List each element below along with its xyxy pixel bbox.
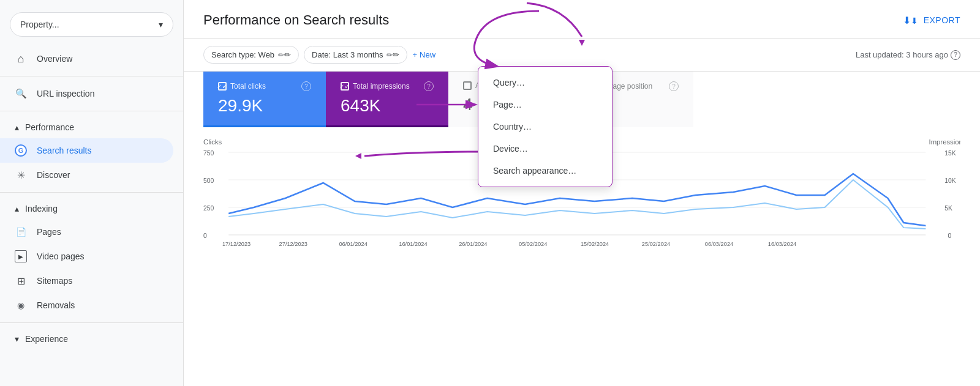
search-type-filter[interactable]: Search type: Web ✏	[203, 46, 299, 64]
export-label: EXPORT	[924, 15, 960, 25]
info-icon[interactable]: ?	[951, 50, 960, 60]
sidebar-item-search-results[interactable]: G Search results	[0, 138, 173, 163]
page-title: Performance on Search results	[203, 12, 389, 28]
sidebar-divider-4	[0, 322, 183, 323]
svg-text:15/02/2024: 15/02/2024	[581, 241, 609, 247]
sidebar-item-pages[interactable]: 📄 Pages	[0, 220, 173, 244]
sidebar-section-performance-label: Performance	[25, 122, 74, 132]
dropdown-item-page[interactable]: Page…	[478, 94, 612, 116]
sidebar-item-removals[interactable]: ◉ Removals	[0, 293, 173, 317]
main-header: Performance on Search results ⬇ EXPORT	[184, 0, 980, 39]
svg-text:750: 750	[203, 150, 214, 157]
arrow-decoration-page	[404, 92, 484, 117]
svg-text:250: 250	[203, 205, 214, 212]
sidebar-item-sitemaps[interactable]: ⊞ Sitemaps	[0, 269, 173, 293]
sidebar-section-performance[interactable]: ▴ Performance	[0, 116, 183, 138]
chevron-down-icon: ▾	[159, 20, 163, 29]
new-filter-dropdown: Query… Page… Country… Device…	[478, 66, 612, 187]
sidebar-item-overview[interactable]: Overview	[0, 46, 173, 71]
new-filter-label: New	[420, 50, 435, 59]
svg-text:26/01/2024: 26/01/2024	[459, 241, 487, 247]
country-label: Country…	[493, 122, 532, 132]
impressions-help-icon[interactable]: ?	[424, 81, 434, 91]
sidebar-item-video-pages[interactable]: ▶ Video pages	[0, 244, 173, 269]
last-updated: Last updated: 3 hours ago ?	[856, 50, 960, 60]
sidebar-section-experience-label: Experience	[25, 334, 68, 344]
svg-text:0: 0	[203, 232, 207, 239]
sidebar-item-overview-label: Overview	[37, 54, 72, 64]
svg-text:5K: 5K	[944, 205, 952, 212]
metric-clicks-header: ✓ Total clicks ?	[218, 81, 311, 91]
export-button[interactable]: ⬇ EXPORT	[903, 15, 960, 26]
sidebar-item-removals-label: Removals	[37, 300, 75, 310]
sidebar-item-video-pages-label: Video pages	[37, 251, 85, 261]
dropdown-item-search-appearance[interactable]: Search appearance…	[478, 160, 612, 182]
sidebar: Property... ▾ Overview 🔍 URL inspection …	[0, 0, 184, 386]
sidebar-item-url-inspection-label: URL inspection	[37, 89, 94, 98]
svg-text:Impressions: Impressions	[929, 138, 961, 146]
query-label: Query…	[493, 78, 525, 87]
chevron-down-icon-2: ▾	[15, 334, 19, 344]
property-selector[interactable]: Property... ▾	[10, 12, 173, 37]
svg-text:27/12/2023: 27/12/2023	[279, 241, 307, 247]
sidebar-item-discover[interactable]: Discover	[0, 163, 173, 187]
search-icon: 🔍	[15, 87, 27, 100]
clicks-checkbox: ✓	[218, 82, 227, 91]
new-filter-button[interactable]: + New	[412, 50, 435, 59]
main-content: Performance on Search results ⬇ EXPORT S…	[184, 0, 980, 386]
asterisk-icon	[15, 169, 27, 181]
chevron-up-icon-2: ▴	[15, 204, 19, 213]
svg-text:16/01/2024: 16/01/2024	[399, 241, 427, 247]
svg-text:05/02/2024: 05/02/2024	[519, 241, 547, 247]
edit-date-icon: ✏	[386, 50, 399, 59]
video-icon: ▶	[15, 250, 27, 262]
svg-text:10K: 10K	[944, 177, 956, 184]
svg-text:06/03/2024: 06/03/2024	[705, 241, 733, 247]
google-g-icon: G	[15, 144, 27, 157]
export-icon: ⬇	[903, 15, 919, 26]
search-appearance-label: Search appearance…	[493, 166, 576, 176]
dropdown-item-device[interactable]: Device…	[478, 138, 612, 160]
metric-total-clicks[interactable]: ✓ Total clicks ? 29.9K	[203, 72, 326, 127]
date-label: Date: Last 3 months	[312, 50, 383, 59]
total-clicks-label: Total clicks	[230, 82, 266, 91]
edit-search-type-icon: ✏	[278, 50, 291, 59]
svg-text:15K: 15K	[944, 150, 956, 157]
total-impressions-label: Total impressions	[353, 82, 410, 91]
dropdown-item-country[interactable]: Country…	[478, 116, 612, 138]
sidebar-item-pages-label: Pages	[37, 227, 61, 237]
sidebar-item-url-inspection[interactable]: 🔍 URL inspection	[0, 81, 173, 106]
sidebar-section-experience[interactable]: ▾ Experience	[0, 328, 183, 350]
svg-text:0: 0	[948, 232, 951, 239]
sidebar-divider-3	[0, 192, 183, 193]
device-label: Device…	[493, 144, 528, 154]
home-icon	[15, 53, 27, 65]
svg-text:500: 500	[203, 177, 214, 184]
svg-text:06/01/2024: 06/01/2024	[339, 241, 367, 247]
sidebar-divider-1	[0, 76, 183, 76]
ctr-checkbox	[463, 81, 472, 90]
sidebar-section-indexing[interactable]: ▴ Indexing	[0, 198, 183, 220]
last-updated-text: Last updated: 3 hours ago	[856, 50, 948, 59]
dropdown-item-query[interactable]: Query…	[478, 72, 612, 94]
sidebar-section-indexing-label: Indexing	[25, 204, 58, 213]
page-label: Page…	[493, 100, 522, 109]
sidebar-item-sitemaps-label: Sitemaps	[37, 276, 72, 286]
svg-text:17/12/2023: 17/12/2023	[222, 241, 251, 247]
sidebar-item-search-results-label: Search results	[37, 146, 91, 155]
chevron-up-icon: ▴	[15, 122, 19, 132]
sidebar-divider-2	[0, 111, 183, 111]
plus-icon: +	[412, 50, 417, 59]
property-selector-label: Property...	[20, 20, 59, 29]
removals-icon: ◉	[15, 299, 27, 311]
impressions-checkbox: ✓	[341, 82, 349, 91]
svg-text:25/02/2024: 25/02/2024	[642, 241, 670, 247]
svg-text:Clicks: Clicks	[203, 138, 222, 146]
position-help-icon[interactable]: ?	[669, 81, 679, 91]
search-type-label: Search type: Web	[211, 50, 274, 59]
date-filter[interactable]: Date: Last 3 months ✏	[304, 46, 407, 64]
sidebar-item-discover-label: Discover	[37, 170, 70, 180]
sitemaps-icon: ⊞	[15, 275, 27, 287]
pages-icon: 📄	[15, 226, 27, 238]
clicks-help-icon[interactable]: ?	[301, 81, 311, 91]
